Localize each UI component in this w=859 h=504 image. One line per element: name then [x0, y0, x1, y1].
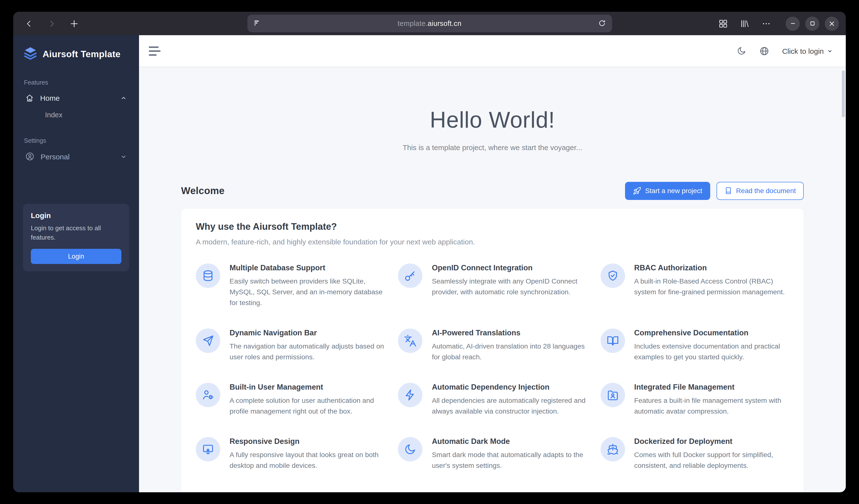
- key-icon: [398, 263, 423, 288]
- feature-item: OpenID Connect Integration Seamlessly in…: [398, 262, 587, 308]
- feature-item: Comprehensive Documentation Includes ext…: [600, 327, 789, 362]
- back-icon[interactable]: [24, 19, 34, 28]
- login-button[interactable]: Login: [31, 249, 121, 264]
- welcome-row: Welcome Start a new project Read the doc…: [181, 182, 804, 200]
- start-button-label: Start a new project: [645, 187, 702, 194]
- close-button[interactable]: [825, 16, 839, 31]
- features-card-subtitle: A modern, feature-rich, and highly exten…: [196, 237, 789, 246]
- start-new-project-button[interactable]: Start a new project: [625, 182, 710, 200]
- sidebar-section-features: Features: [24, 79, 128, 86]
- sidebar-item-label: Home: [40, 94, 60, 102]
- database-icon: [196, 263, 220, 288]
- browser-chrome: template.aiursoft.cn: [13, 12, 846, 35]
- person-circle-icon: [25, 152, 35, 161]
- language-toggle[interactable]: [759, 46, 769, 56]
- feature-item: RBAC Authorization A built-in Role-Based…: [600, 262, 789, 308]
- languages-icon: [398, 328, 423, 353]
- feature-title: Dynamic Navigation Bar: [229, 327, 385, 337]
- library-icon[interactable]: [740, 19, 749, 28]
- url-domain: aiursoft.cn: [427, 19, 461, 27]
- globe-icon: [759, 46, 769, 56]
- scrollbar-thumb[interactable]: [842, 70, 845, 117]
- feature-description: Automatic, AI-driven translation into 28…: [432, 341, 587, 362]
- scroll-area: Hello World! This is a template project,…: [139, 66, 846, 492]
- sidebar-item-label: Personal: [41, 152, 70, 161]
- layers-logo-icon: [23, 46, 38, 63]
- url-prefix: template.: [397, 19, 427, 27]
- feature-title: Automatic Dependency Injection: [432, 381, 587, 391]
- caret-down-icon: [827, 48, 833, 54]
- feature-description: A built-in Role-Based Access Control (RB…: [634, 275, 789, 297]
- feature-title: Integrated File Management: [634, 381, 789, 391]
- logo[interactable]: Aiursoft Template: [23, 46, 129, 63]
- feature-description: Includes extensive documentation and pra…: [634, 341, 789, 362]
- feature-item: Dynamic Navigation Bar The navigation ba…: [196, 327, 385, 362]
- url-text: template.aiursoft.cn: [397, 19, 461, 27]
- login-dropdown[interactable]: Click to login: [782, 47, 833, 55]
- feature-item: AI-Powered Translations Automatic, AI-dr…: [398, 327, 587, 362]
- sidebar-item-index[interactable]: Index: [23, 107, 129, 123]
- feature-description: Easily switch between providers like SQL…: [229, 275, 385, 308]
- features-card-title: Why use the Aiursoft Template?: [196, 221, 789, 232]
- chevron-up-icon: [120, 94, 127, 102]
- read-button-label: Read the document: [736, 187, 796, 194]
- reload-icon[interactable]: [598, 19, 606, 27]
- features-grid: Multiple Database Support Easily switch …: [196, 262, 789, 471]
- home-icon: [25, 93, 34, 103]
- feature-description: A fully responsive layout that looks gre…: [229, 449, 385, 471]
- dark-mode-toggle[interactable]: [737, 46, 747, 56]
- read-document-button[interactable]: Read the document: [717, 182, 804, 200]
- user-gear-icon: [196, 382, 220, 407]
- menu-ellipsis-icon[interactable]: [761, 19, 771, 28]
- feature-title: OpenID Connect Integration: [432, 262, 587, 272]
- login-dropdown-label: Click to login: [782, 47, 824, 55]
- chevron-down-icon: [120, 153, 127, 160]
- minimize-button[interactable]: [786, 16, 800, 31]
- feature-title: Built-in User Management: [229, 381, 385, 391]
- sidebar: Aiursoft Template Features Home Index Se…: [13, 35, 139, 492]
- feature-description: Seamlessly integrate with any OpenID Con…: [432, 275, 587, 297]
- hero-title: Hello World!: [139, 108, 846, 132]
- feature-title: AI-Powered Translations: [432, 327, 587, 337]
- feature-description: The navigation bar automatically adjusts…: [229, 341, 385, 362]
- feature-item: Automatic Dependency Injection All depen…: [398, 381, 587, 416]
- moon-icon: [398, 437, 423, 461]
- sidebar-item-personal[interactable]: Personal: [23, 147, 129, 166]
- hamburger-menu-icon[interactable]: [149, 46, 161, 56]
- login-card: Login Login to get access to all feature…: [23, 204, 129, 271]
- feature-item: Automatic Dark Mode Smart dark mode that…: [398, 436, 587, 471]
- monitor-icon: [196, 437, 220, 461]
- page-content: Aiursoft Template Features Home Index Se…: [13, 35, 846, 492]
- send-icon: [196, 328, 220, 353]
- main-area: Click to login Hello World! This is a te…: [139, 35, 846, 492]
- url-bar[interactable]: template.aiursoft.cn: [247, 15, 612, 32]
- folder-user-icon: [600, 382, 625, 407]
- feature-item: Responsive Design A fully responsive lay…: [196, 436, 385, 471]
- hero-section: Hello World! This is a template project,…: [139, 108, 846, 151]
- feature-item: Dockerized for Deployment Comes with ful…: [600, 436, 789, 471]
- features-card: Why use the Aiursoft Template? A modern,…: [181, 208, 804, 492]
- shield-check-icon: [600, 263, 625, 288]
- ship-icon: [600, 437, 625, 461]
- moon-icon: [737, 46, 747, 56]
- feature-description: Features a built-in file management syst…: [634, 395, 789, 416]
- extensions-grid-icon[interactable]: [718, 19, 728, 28]
- sidebar-item-home[interactable]: Home: [23, 89, 129, 107]
- feature-item: Multiple Database Support Easily switch …: [196, 262, 385, 308]
- feature-title: RBAC Authorization: [634, 262, 789, 272]
- maximize-button[interactable]: [805, 16, 819, 31]
- login-card-title: Login: [31, 211, 121, 220]
- feature-description: All dependencies are automatically regis…: [432, 395, 587, 416]
- book-open-icon: [600, 328, 625, 353]
- reader-list-icon[interactable]: [253, 19, 262, 27]
- rocket-icon: [633, 187, 641, 195]
- page-header: Click to login: [139, 35, 846, 66]
- feature-title: Comprehensive Documentation: [634, 327, 789, 337]
- screenshot-stage: template.aiursoft.cn: [0, 0, 859, 504]
- book-icon: [724, 187, 732, 194]
- welcome-title: Welcome: [181, 185, 225, 196]
- new-tab-icon[interactable]: [69, 19, 79, 28]
- feature-item: Integrated File Management Features a bu…: [600, 381, 789, 416]
- feature-title: Dockerized for Deployment: [634, 436, 789, 445]
- forward-icon[interactable]: [46, 19, 56, 28]
